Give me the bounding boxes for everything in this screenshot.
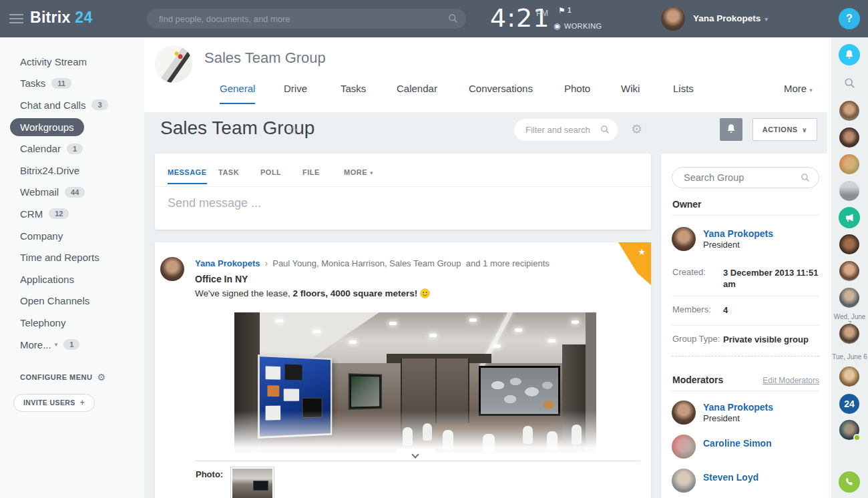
chat-contact-avatar[interactable]	[839, 288, 859, 308]
gear-icon: ⚙	[97, 372, 105, 383]
sidebar-item-workgroups[interactable]: Workgroups	[0, 116, 144, 138]
chevron-down-icon: ▾	[809, 87, 813, 93]
divider	[195, 461, 640, 461]
search-icon	[600, 125, 610, 134]
sidebar-item-bitrix24-drive[interactable]: Bitrix24.Drive	[0, 160, 144, 182]
tab-wiki[interactable]: Wiki	[621, 83, 640, 94]
owner-role: President	[703, 240, 740, 250]
tab-drive[interactable]: Drive	[284, 83, 307, 94]
post-author-link[interactable]: Yana Prokopets	[195, 258, 260, 268]
filter-settings-gear-icon[interactable]: ⚙	[631, 121, 642, 137]
sidebar-item-more[interactable]: More...▾1	[0, 334, 144, 356]
composer-tab-more[interactable]: MORE▾	[344, 168, 373, 176]
tab-lists[interactable]: Lists	[673, 83, 694, 94]
record-icon: ◉	[554, 21, 561, 31]
announcement-megaphone-button[interactable]	[839, 207, 860, 228]
post-title[interactable]: Office In NY	[195, 274, 248, 284]
megaphone-icon	[844, 212, 855, 223]
tab-calendar[interactable]: Calendar	[397, 83, 437, 94]
tab-tasks[interactable]: Tasks	[341, 83, 366, 94]
favorite-star-icon[interactable]: ☆	[287, 122, 299, 138]
avatar[interactable]	[672, 227, 696, 251]
group-search	[672, 167, 819, 188]
help-button[interactable]: ?	[839, 8, 860, 29]
owner-name-link[interactable]: Yana Prokopets	[703, 228, 773, 239]
avatar[interactable]	[661, 7, 685, 31]
tab-more[interactable]: More▾	[784, 83, 813, 94]
menu-hamburger-icon[interactable]	[9, 14, 23, 23]
avatar[interactable]	[672, 435, 696, 459]
post-recipients[interactable]: Paul Young, Monica Harrison, Sales Team …	[272, 258, 461, 268]
send-message-input[interactable]: Send message ...	[168, 196, 261, 210]
flag-count: 1	[568, 6, 572, 14]
invite-users-button[interactable]: INVITE USERS+	[13, 394, 95, 412]
composer-tab-poll[interactable]: POLL	[260, 168, 281, 176]
avatar[interactable]	[160, 257, 184, 281]
tab-photo[interactable]: Photo	[564, 83, 590, 94]
group-search-input[interactable]	[684, 168, 797, 188]
user-menu[interactable]: Yana Prokopets▾	[693, 13, 768, 23]
field-label-group-type: Group Type:	[672, 334, 720, 344]
sidebar-item-calendar[interactable]: Calendar1	[0, 138, 144, 160]
sidebar-item-time-and-reports[interactable]: Time and Reports	[0, 246, 144, 268]
chat-contact-avatar[interactable]	[839, 366, 859, 387]
avatar[interactable]	[672, 469, 696, 493]
sidebar-item-telephony[interactable]: Telephony	[0, 312, 144, 334]
telephony-phone-button[interactable]	[839, 471, 860, 493]
flag-notification[interactable]: ⚑1	[558, 6, 572, 15]
divider	[672, 356, 819, 356]
filter-search-input[interactable]	[525, 119, 598, 141]
chevron-down-icon	[411, 451, 419, 458]
right-icon-strip: Wed, June 7 Tue, June 6 24	[831, 37, 868, 498]
moderator-name-link[interactable]: Caroline Simon	[703, 438, 772, 449]
moderator-name-link[interactable]: Steven Loyd	[703, 472, 758, 483]
moderator-name-link[interactable]: Yana Prokopets	[703, 402, 773, 413]
avatar[interactable]	[672, 401, 696, 425]
work-status[interactable]: ◉WORKING	[554, 21, 602, 31]
search-icon[interactable]	[844, 77, 855, 89]
chat-contact-avatar[interactable]	[839, 181, 859, 201]
chat-contact-avatar[interactable]	[839, 420, 859, 440]
clock-widget[interactable]: 4:21	[490, 3, 550, 33]
chat-contact-avatar[interactable]	[839, 234, 859, 254]
composer-tab-task[interactable]: TASK	[218, 168, 239, 176]
sidebar-item-applications[interactable]: Applications	[0, 268, 144, 290]
field-value-members: 4	[723, 304, 822, 316]
chat-contact-avatar[interactable]	[839, 324, 859, 344]
sidebar-item-open-channels[interactable]: Open Channels	[0, 290, 144, 312]
configure-menu-button[interactable]: CONFIGURE MENU⚙	[20, 371, 106, 382]
tab-general[interactable]: General	[220, 83, 255, 104]
bitrix24-chat-badge[interactable]: 24	[839, 394, 859, 414]
global-search-input[interactable]	[159, 9, 439, 29]
tab-conversations[interactable]: Conversations	[469, 83, 533, 94]
composer-tab-file[interactable]: FILE	[302, 168, 320, 176]
flag-icon: ⚑	[558, 6, 566, 15]
actions-button[interactable]: ACTIONS∨	[752, 118, 817, 141]
sidebar-item-company[interactable]: Company	[0, 225, 144, 247]
sidebar-item-webmail[interactable]: Webmail44	[0, 182, 144, 204]
post-photo[interactable]	[234, 312, 596, 453]
badge: 12	[49, 208, 69, 219]
post-body: We've signed the lease, 2 floors, 4000 s…	[195, 288, 430, 298]
chat-contact-avatar[interactable]	[839, 128, 859, 148]
group-avatar[interactable]	[155, 45, 192, 83]
brand-logo[interactable]: Bitrix 24	[30, 9, 92, 27]
composer-tab-message[interactable]: MESSAGE	[168, 168, 207, 184]
post-recipients-more[interactable]: and 1 more recipients	[466, 258, 550, 268]
bell-icon	[726, 123, 736, 134]
notifications-bell-button[interactable]	[720, 118, 742, 141]
plus-icon: +	[80, 398, 85, 407]
chat-contact-avatar[interactable]	[839, 154, 859, 174]
edit-moderators-link[interactable]: Edit Moderators	[763, 376, 819, 385]
favorite-ribbon[interactable]: ★	[618, 242, 651, 285]
notifications-bell-button[interactable]	[839, 44, 860, 65]
badge: 3	[91, 99, 107, 110]
chat-contact-avatar[interactable]	[839, 261, 859, 281]
chat-contact-avatar[interactable]	[839, 101, 859, 121]
sidebar-item-chat-and-calls[interactable]: Chat and Calls3	[0, 94, 144, 116]
star-icon: ★	[638, 247, 646, 257]
photo-thumbnail[interactable]	[230, 467, 274, 498]
sidebar-item-tasks[interactable]: Tasks11	[0, 73, 144, 95]
sidebar-item-crm[interactable]: CRM12	[0, 203, 144, 225]
sidebar-item-activity-stream[interactable]: Activity Stream	[0, 51, 144, 73]
